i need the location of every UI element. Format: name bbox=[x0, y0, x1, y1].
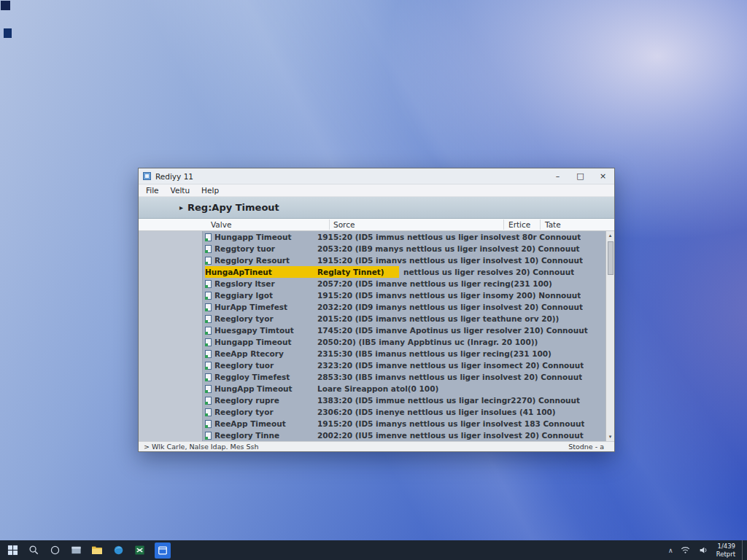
registry-file-icon bbox=[205, 408, 212, 416]
scroll-down-icon[interactable]: ▾ bbox=[606, 432, 614, 441]
table-row[interactable]: ReeApp Rtecory 2315:30 (IB5 imanus nettl… bbox=[203, 348, 605, 359]
row-value-name: ReeApp Rtecory bbox=[214, 349, 317, 358]
row-value-name: Reeglory tuor bbox=[214, 361, 317, 370]
row-value-name: Hungapp Timeout bbox=[214, 233, 317, 241]
table-row[interactable]: Reggloy Timefest 2853:30 (IB5 imanvs net… bbox=[203, 371, 605, 383]
table-row[interactable]: Reggiary lgot 1915:20 (ID5 imanvs nettlo… bbox=[203, 289, 605, 301]
menu-help[interactable]: Help bbox=[196, 186, 225, 195]
row-source-text: 2306:20 (ID5 inenye nettlous us liger in… bbox=[317, 408, 556, 416]
spreadsheet-icon bbox=[134, 545, 145, 556]
registry-file-icon bbox=[205, 385, 212, 393]
tray-expand-caret-icon[interactable]: ∧ bbox=[668, 547, 673, 554]
taskbar-clock[interactable]: 1/439 Retprt bbox=[716, 542, 735, 557]
column-header-ertice[interactable]: Ertice bbox=[508, 220, 530, 229]
table-row[interactable]: Reeglory rupre 1383:20 (ID5 immue nettlo… bbox=[203, 394, 605, 406]
registry-file-icon bbox=[205, 338, 212, 346]
network-icon[interactable] bbox=[680, 545, 692, 556]
collapse-arrow-icon[interactable]: ▸ bbox=[179, 203, 183, 211]
row-value-name: Huesgapy Timtout bbox=[214, 326, 317, 335]
row-source-text: 1745:20 (ID5 imanve Apotinus us liger re… bbox=[317, 326, 588, 335]
scroll-up-icon[interactable]: ▴ bbox=[606, 231, 614, 240]
desktop-icon[interactable] bbox=[4, 28, 12, 38]
row-value-name: ReeApp Timeout bbox=[214, 419, 317, 428]
window-title: Rediyy 11 bbox=[155, 172, 193, 181]
menu-bar: File Veltu Help bbox=[139, 184, 614, 197]
table-row[interactable]: Reeglory tyor 2306:20 (ID5 inenye nettlo… bbox=[203, 406, 605, 418]
status-bar: > Wlk Carle, Nalse Idap. Mes Ssh Stodne … bbox=[139, 441, 614, 451]
table-row[interactable]: Huesgapy Timtout 1745:20 (ID5 imanve Apo… bbox=[203, 324, 605, 336]
list-content-area: Hungapp Timeout 1915:20 (ID5 immus nettl… bbox=[139, 231, 614, 441]
registry-file-icon bbox=[205, 280, 212, 288]
taskbar-excel[interactable] bbox=[133, 545, 145, 556]
vertical-scrollbar[interactable]: ▴ ▾ bbox=[605, 231, 614, 441]
row-source-text: 2032:20 (ID9 imanys nettlous us liger in… bbox=[317, 303, 583, 311]
taskview-button[interactable] bbox=[49, 545, 61, 556]
table-row[interactable]: Hungapp Timeout 1915:20 (ID5 immus nettl… bbox=[203, 231, 605, 243]
registry-file-icon bbox=[205, 257, 212, 265]
maximize-button[interactable]: □ bbox=[569, 168, 592, 184]
header-band: ▸ Reg:Apy Timeout bbox=[139, 197, 614, 219]
table-row[interactable]: Reeglory Tinne 2002:20 (IU5 imenve nettl… bbox=[203, 429, 605, 441]
table-row[interactable]: ReeApp Timeout 1915:20 (ID5 imanys nettl… bbox=[203, 418, 605, 429]
taskbar-file-explorer[interactable] bbox=[91, 545, 103, 556]
table-row[interactable]: Regslory ltser 2057:20 (ID5 imanve nettl… bbox=[203, 278, 605, 289]
taskbar-app-window[interactable] bbox=[70, 545, 82, 556]
row-extra-text: nettlous us liger resolves 20) Connouut bbox=[403, 268, 574, 276]
table-row[interactable]: Regglory Resourt 1915:20 (ID5 imanvs net… bbox=[203, 254, 605, 266]
table-row[interactable]: Reeglory tyor 2015:20 (ID5 imanvs nettlo… bbox=[203, 313, 605, 324]
taskbar: ∧ 1/439 Retprt bbox=[0, 540, 747, 560]
row-source-text: 2057:20 (ID5 imanve nettlous us liger re… bbox=[317, 279, 552, 288]
desktop-icon[interactable] bbox=[1, 1, 10, 10]
close-button[interactable]: × bbox=[592, 168, 614, 184]
search-button[interactable] bbox=[28, 545, 39, 556]
column-header-source[interactable]: Sorce bbox=[333, 220, 355, 229]
row-value-name: Reggtory tuor bbox=[214, 244, 317, 253]
window-titlebar[interactable]: Rediyy 11 – □ × bbox=[139, 168, 614, 184]
table-row[interactable]: Hungapp Timeout 2050:20) (IB5 imany Appb… bbox=[203, 336, 605, 348]
minimize-button[interactable]: – bbox=[546, 168, 569, 184]
table-row[interactable]: Reggtory tuor 2053:20 (IB9 manys nettlou… bbox=[203, 243, 605, 254]
menu-file[interactable]: File bbox=[140, 186, 165, 195]
scrollbar-thumb[interactable] bbox=[608, 241, 614, 275]
registry-file-icon bbox=[205, 373, 212, 381]
start-button[interactable] bbox=[7, 545, 18, 556]
row-source-text: 1915:20 (ID5 immus nettlous us liger ins… bbox=[317, 233, 581, 241]
registry-file-icon bbox=[205, 292, 212, 300]
column-header-tate[interactable]: Tate bbox=[545, 220, 561, 229]
taskbar-active-registry-app[interactable] bbox=[155, 542, 171, 559]
app-window-icon bbox=[143, 172, 151, 180]
registry-file-icon bbox=[205, 245, 212, 253]
row-source-text: Reglaty Tinnet) bbox=[317, 266, 399, 278]
row-value-name: HungaApTineut bbox=[205, 266, 317, 278]
row-source-text: 1915:20 (ID5 imanvs nettlous us liger in… bbox=[317, 256, 583, 265]
volume-icon[interactable] bbox=[698, 545, 710, 556]
row-source-text: 2050:20) (IB5 imany Appbtinus uc (Inragr… bbox=[317, 338, 538, 346]
status-right-text: Stodne - a bbox=[568, 443, 604, 451]
table-row[interactable]: HungApp Timeout Loare Sireappon atol(0 1… bbox=[203, 383, 605, 394]
registry-file-icon bbox=[205, 327, 212, 335]
row-source-text: 1383:20 (ID5 immue nettlous us ligar lec… bbox=[317, 396, 580, 405]
active-app-window-icon bbox=[158, 545, 168, 556]
table-row[interactable]: HurApp Timefest 2032:20 (ID9 imanys nett… bbox=[203, 301, 605, 313]
table-row[interactable]: Reeglory tuor 2323:20 (ID5 imanve nettlo… bbox=[203, 359, 605, 371]
show-desktop-button[interactable] bbox=[742, 540, 745, 560]
column-header-row: Valve Sorce Ertice Tate bbox=[139, 219, 614, 231]
menu-view[interactable]: Veltu bbox=[165, 186, 196, 195]
row-value-name: HungApp Timeout bbox=[214, 384, 317, 393]
folder-icon bbox=[91, 545, 103, 556]
row-source-text: Loare Sireappon atol(0 100) bbox=[317, 384, 438, 393]
status-left-text: > Wlk Carle, Nalse Idap. Mes Ssh bbox=[144, 443, 259, 451]
row-source-text: 1915:20 (ID5 imanvs nettlous us liger in… bbox=[317, 291, 581, 300]
circle-icon bbox=[50, 545, 61, 556]
clock-date: Retprt bbox=[716, 551, 735, 558]
row-value-name: Reeglory rupre bbox=[214, 396, 317, 405]
row-source-text: 1915:20 (ID5 imanys nettlous us liger in… bbox=[317, 419, 584, 428]
taskbar-edge-browser[interactable] bbox=[112, 545, 124, 556]
table-row[interactable]: HungaApTineut Reglaty Tinnet) nettlous u… bbox=[203, 266, 605, 278]
row-value-name: Reeglory tyor bbox=[214, 408, 317, 416]
column-header-value[interactable]: Valve bbox=[211, 220, 231, 229]
tree-pane[interactable] bbox=[139, 231, 203, 441]
row-source-text: 2315:30 (IB5 imanus nettlous us liger re… bbox=[317, 349, 551, 358]
row-source-text: 2853:30 (IB5 imanvs nettlous us liger in… bbox=[317, 373, 582, 381]
row-value-name: Reeglory tyor bbox=[214, 314, 317, 323]
